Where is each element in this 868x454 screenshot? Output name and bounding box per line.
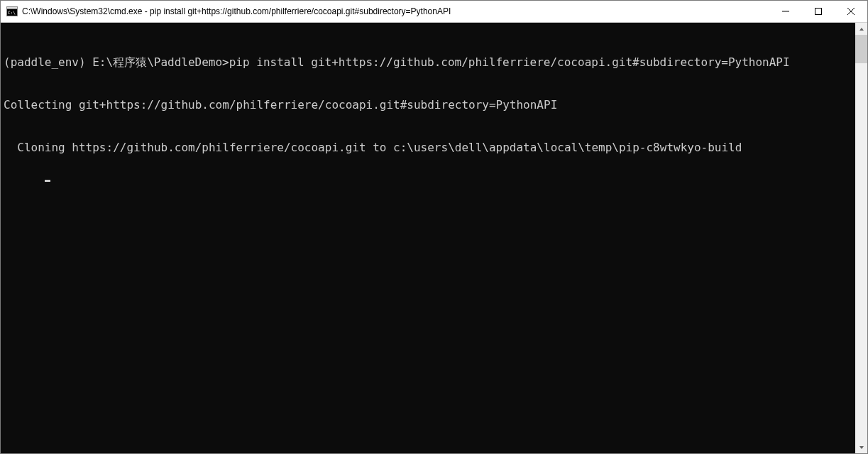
- window-controls: [769, 1, 867, 22]
- terminal-output[interactable]: (paddle_env) E:\程序猿\PaddleDemo>pip insta…: [1, 23, 855, 453]
- maximize-button[interactable]: [802, 1, 835, 22]
- window-title: C:\Windows\System32\cmd.exe - pip instal…: [22, 6, 769, 16]
- titlebar[interactable]: C:\ C:\Windows\System32\cmd.exe - pip in…: [1, 1, 867, 23]
- terminal-line: Cloning https://github.com/philferriere/…: [4, 141, 852, 155]
- minimize-button[interactable]: [769, 1, 802, 22]
- svg-rect-1: [7, 7, 18, 9]
- cmd-window: C:\ C:\Windows\System32\cmd.exe - pip in…: [0, 0, 868, 454]
- svg-marker-7: [859, 28, 864, 31]
- vertical-scrollbar[interactable]: [855, 23, 867, 453]
- terminal-line: Collecting git+https://github.com/philfe…: [4, 98, 852, 112]
- content-area: (paddle_env) E:\程序猿\PaddleDemo>pip insta…: [1, 23, 867, 453]
- close-button[interactable]: [835, 1, 867, 22]
- cmd-icon: C:\: [6, 6, 18, 17]
- scroll-track[interactable]: [855, 35, 867, 441]
- svg-marker-8: [859, 446, 864, 449]
- svg-rect-4: [815, 9, 822, 15]
- scroll-down-button[interactable]: [855, 441, 867, 453]
- terminal-cursor: [45, 180, 50, 182]
- scroll-up-button[interactable]: [855, 23, 867, 35]
- scroll-thumb[interactable]: [855, 35, 867, 63]
- svg-text:C:\: C:\: [8, 10, 16, 15]
- terminal-line: (paddle_env) E:\程序猿\PaddleDemo>pip insta…: [4, 55, 852, 70]
